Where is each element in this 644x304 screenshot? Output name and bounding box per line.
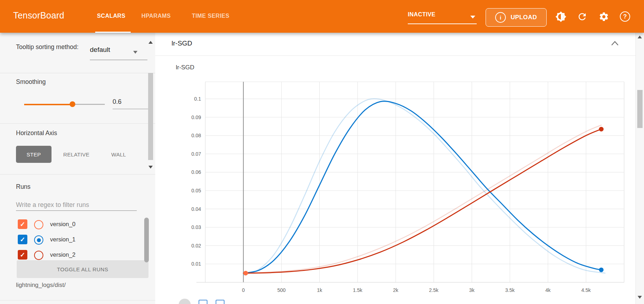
run-radio[interactable] xyxy=(34,235,43,245)
chevron-down-icon xyxy=(133,51,137,54)
tooltip-sorting-select[interactable]: default xyxy=(90,46,147,60)
tab-hparams[interactable]: HPARAMS xyxy=(141,13,171,19)
divider xyxy=(0,300,155,300)
svg-text:4k: 4k xyxy=(545,287,551,293)
run-name: version_1 xyxy=(50,236,76,243)
divider xyxy=(0,174,155,175)
run-checkbox[interactable]: ✓ xyxy=(18,219,27,229)
chart-group-title: lr-SGD xyxy=(172,39,192,47)
refresh-icon[interactable] xyxy=(577,11,588,22)
svg-text:3.5k: 3.5k xyxy=(505,287,515,293)
svg-text:3k: 3k xyxy=(469,287,475,293)
run-name: version_2 xyxy=(50,251,76,258)
runs-filter-input[interactable] xyxy=(16,199,137,211)
upload-button-label: UPLOAD xyxy=(510,14,537,21)
tooltip-sorting-label: Tooltip sorting method: xyxy=(16,43,82,52)
scroll-down-icon[interactable] xyxy=(148,166,153,169)
smoothing-label: Smoothing xyxy=(16,78,46,86)
run-row-version-1[interactable]: ✓ version_1 xyxy=(16,233,133,247)
run-checkbox[interactable]: ✓ xyxy=(18,250,27,260)
axis-button-relative[interactable]: RELATIVE xyxy=(57,146,96,163)
svg-text:0.05: 0.05 xyxy=(191,188,201,193)
window-scrollbar[interactable] xyxy=(635,33,644,304)
status-dropdown[interactable]: INACTIVE xyxy=(408,11,477,24)
svg-text:2k: 2k xyxy=(393,287,399,293)
runs-scrollbar-thumb[interactable] xyxy=(144,218,149,262)
svg-text:0.07: 0.07 xyxy=(191,151,201,157)
main-content: lr-SGD lr-SGD 0.010.020.030.040.050.060.… xyxy=(155,33,636,304)
svg-text:0.03: 0.03 xyxy=(191,224,201,230)
svg-text:0.09: 0.09 xyxy=(191,114,201,120)
scroll-up-icon[interactable] xyxy=(638,36,642,38)
svg-text:0.04: 0.04 xyxy=(191,206,201,212)
scroll-up-icon[interactable] xyxy=(148,41,153,44)
chart-toolbar-expand-icon[interactable] xyxy=(216,300,224,304)
svg-text:1k: 1k xyxy=(317,287,323,293)
horizontal-axis-label: Horizontal Axis xyxy=(16,129,57,137)
chart-group-header[interactable]: lr-SGD xyxy=(155,33,636,56)
run-radio[interactable] xyxy=(34,251,43,260)
svg-text:4.5k: 4.5k xyxy=(581,287,591,293)
toggle-all-runs-button[interactable]: TOGGLE ALL RUNS xyxy=(17,260,148,278)
run-checkbox[interactable]: ✓ xyxy=(18,235,27,244)
run-row-version-0[interactable]: ✓ version_0 xyxy=(16,217,133,231)
upload-button[interactable]: i UPLOAD xyxy=(486,8,547,27)
runs-label: Runs xyxy=(16,183,31,191)
brightness-icon[interactable] xyxy=(556,11,566,22)
axis-button-wall[interactable]: WALL xyxy=(104,146,133,163)
run-radio[interactable] xyxy=(34,220,43,229)
settings-scrollbar-thumb[interactable] xyxy=(148,73,153,160)
slider-fill xyxy=(24,104,72,105)
svg-text:0.06: 0.06 xyxy=(191,169,201,175)
log-directory: lightning_logs/dist/ xyxy=(16,282,66,289)
svg-text:0.08: 0.08 xyxy=(191,133,201,138)
tooltip-sorting-value: default xyxy=(90,46,110,53)
app-logo: TensorBoard xyxy=(13,10,64,21)
settings-icon[interactable] xyxy=(599,11,609,22)
help-glyph: ? xyxy=(620,11,630,22)
radio-selected-dot xyxy=(37,238,41,242)
scalar-line-chart[interactable]: 0.010.020.030.040.050.060.070.080.090.10… xyxy=(191,79,631,295)
axis-button-step[interactable]: STEP xyxy=(16,146,52,163)
svg-text:2.5k: 2.5k xyxy=(429,287,439,293)
slider-thumb[interactable] xyxy=(70,101,75,107)
chevron-down-icon xyxy=(470,16,475,18)
collapse-chevron-icon[interactable] xyxy=(611,41,619,48)
chart-toolbar-button[interactable] xyxy=(179,299,191,304)
sidebar: Tooltip sorting method: default Smoothin… xyxy=(0,33,155,304)
status-label: INACTIVE xyxy=(408,11,435,17)
svg-text:500: 500 xyxy=(277,287,286,293)
svg-text:0.1: 0.1 xyxy=(194,96,201,102)
svg-text:0.01: 0.01 xyxy=(191,261,201,267)
tab-scalars[interactable]: SCALARS xyxy=(97,13,125,19)
svg-text:0.02: 0.02 xyxy=(191,243,201,249)
app-header: TensorBoard SCALARS HPARAMS TIME SERIES … xyxy=(0,0,644,33)
divider xyxy=(0,73,155,73)
window-scrollbar-thumb[interactable] xyxy=(637,90,643,128)
tab-time-series[interactable]: TIME SERIES xyxy=(192,13,229,19)
chart-title: lr-SGD xyxy=(176,64,194,71)
tensorboard-app: TensorBoard SCALARS HPARAMS TIME SERIES … xyxy=(0,0,644,304)
svg-text:1.5k: 1.5k xyxy=(353,287,362,293)
active-tab-underline xyxy=(95,32,131,33)
run-row-version-2[interactable]: ✓ version_2 xyxy=(16,248,133,262)
smoothing-slider[interactable] xyxy=(24,101,105,108)
help-icon[interactable]: ? xyxy=(620,11,631,22)
info-icon: i xyxy=(495,12,506,23)
run-name: version_0 xyxy=(50,221,76,228)
divider xyxy=(0,123,155,124)
chart-toolbar-fit-icon[interactable] xyxy=(199,300,207,304)
smoothing-value-field[interactable]: 0.6 xyxy=(113,97,148,109)
scroll-down-icon[interactable] xyxy=(638,296,642,299)
svg-text:0: 0 xyxy=(242,287,245,293)
